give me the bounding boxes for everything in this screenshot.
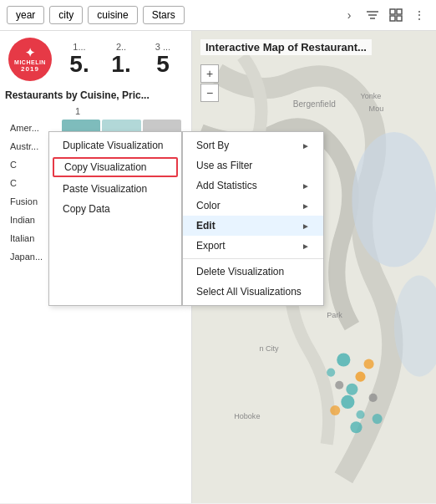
- filter-icon-group: › ⋮: [339, 5, 429, 25]
- zoom-out-button[interactable]: −: [200, 84, 219, 102]
- col-header-2: [100, 104, 142, 118]
- svg-text:Mou: Mou: [369, 104, 384, 113]
- svg-point-20: [335, 381, 343, 389]
- svg-point-17: [355, 372, 365, 382]
- chart-headers: 1: [5, 104, 186, 118]
- delete-visualization-item[interactable]: Delete Visualization: [183, 262, 323, 282]
- svg-point-25: [369, 394, 378, 402]
- sort-by-label: Sort By: [196, 140, 229, 151]
- svg-rect-5: [390, 16, 395, 21]
- svg-rect-4: [397, 9, 402, 14]
- svg-point-16: [337, 353, 350, 366]
- svg-point-18: [327, 369, 335, 377]
- stat-value-1: 5.: [69, 52, 89, 78]
- use-filter-label: Use as Filter: [196, 160, 252, 171]
- context-menu-right: Sort By ► Use as Filter Add Statistics ►…: [182, 131, 324, 306]
- stat-col-3: 3 ... 5: [142, 42, 184, 78]
- zoom-in-button[interactable]: +: [200, 64, 219, 83]
- delete-visualization-label: Delete Visualization: [196, 266, 284, 277]
- svg-point-19: [346, 384, 357, 395]
- paste-visualization-item[interactable]: Paste Visualization: [49, 179, 181, 199]
- col-header-1: 1: [57, 104, 99, 118]
- grid-icon[interactable]: [386, 5, 406, 25]
- context-menu-left: Duplicate Visualization Copy Visualizati…: [48, 131, 182, 306]
- svg-rect-6: [397, 16, 402, 21]
- stats-row: ✦ MICHELIN 2019 1... 5. 2.. 1. 3 ... 5: [0, 31, 191, 84]
- svg-point-27: [373, 414, 383, 424]
- filter-icon[interactable]: [362, 5, 383, 25]
- chart-title: Restaurants by Cuisine, Pric...: [5, 89, 186, 101]
- map-controls: + −: [200, 64, 219, 102]
- export-label: Export: [196, 240, 226, 252]
- copy-visualization-item[interactable]: Copy Visualization: [53, 157, 178, 177]
- add-statistics-arrow: ►: [302, 181, 310, 191]
- add-statistics-item[interactable]: Add Statistics ►: [183, 176, 323, 196]
- filter-bar: year city cuisine Stars › ⋮: [0, 0, 436, 31]
- more-icon[interactable]: ⋮: [409, 5, 429, 25]
- stat-header-3: 3 ...: [155, 42, 170, 52]
- svg-rect-3: [390, 9, 395, 14]
- svg-point-22: [341, 395, 354, 409]
- stat-value-3: 5: [156, 52, 170, 78]
- filter-cuisine[interactable]: cuisine: [88, 6, 137, 24]
- svg-text:Bergenfield: Bergenfield: [293, 99, 336, 109]
- main-area: ✦ MICHELIN 2019 1... 5. 2.. 1. 3 ... 5 R…: [0, 31, 436, 503]
- svg-point-24: [330, 405, 340, 415]
- color-item[interactable]: Color ►: [183, 196, 323, 216]
- export-arrow: ►: [302, 242, 310, 251]
- stat-col-2: 2.. 1.: [100, 42, 142, 78]
- sort-by-item[interactable]: Sort By ►: [183, 135, 323, 155]
- col-header-3: [144, 104, 186, 118]
- svg-text:Park: Park: [327, 311, 342, 319]
- svg-point-26: [350, 421, 362, 433]
- stat-value-2: 1.: [111, 52, 130, 78]
- add-statistics-label: Add Statistics: [196, 180, 257, 191]
- svg-text:Yonke: Yonke: [360, 92, 381, 100]
- svg-point-23: [356, 410, 364, 419]
- chevron-right-icon[interactable]: ›: [339, 5, 359, 25]
- export-item[interactable]: Export ►: [183, 236, 323, 256]
- michelin-star: ✦: [25, 46, 35, 59]
- stat-header-2: 2..: [116, 42, 126, 52]
- color-arrow: ►: [302, 201, 310, 211]
- edit-item[interactable]: Edit ►: [183, 216, 323, 236]
- filter-stars[interactable]: Stars: [143, 6, 185, 24]
- menu-divider: [183, 258, 323, 259]
- duplicate-visualization-item[interactable]: Duplicate Visualization: [49, 135, 181, 155]
- sort-by-arrow: ►: [302, 141, 310, 150]
- use-filter-item[interactable]: Use as Filter: [183, 155, 323, 176]
- edit-label: Edit: [196, 220, 215, 232]
- context-menu-area: Duplicate Visualization Copy Visualizati…: [48, 131, 324, 306]
- michelin-badge: ✦ MICHELIN 2019: [8, 38, 52, 81]
- map-title: Interactive Map of Restaurant...: [200, 39, 372, 55]
- svg-point-8: [352, 132, 436, 267]
- select-all-label: Select All Visualizations: [196, 286, 302, 298]
- select-all-item[interactable]: Select All Visualizations: [183, 282, 323, 302]
- svg-point-21: [364, 359, 374, 369]
- copy-data-item[interactable]: Copy Data: [49, 199, 181, 219]
- svg-text:Hoboke: Hoboke: [234, 412, 260, 420]
- filter-year[interactable]: year: [7, 6, 44, 24]
- filter-city[interactable]: city: [49, 6, 83, 24]
- svg-text:n City: n City: [259, 344, 279, 353]
- stat-col-1: 1... 5.: [58, 42, 100, 78]
- color-label: Color: [196, 200, 221, 211]
- michelin-year: 2019: [21, 65, 39, 73]
- michelin-text: MICHELIN: [14, 59, 46, 65]
- stat-header-1: 1...: [73, 42, 85, 52]
- edit-arrow: ►: [302, 221, 310, 231]
